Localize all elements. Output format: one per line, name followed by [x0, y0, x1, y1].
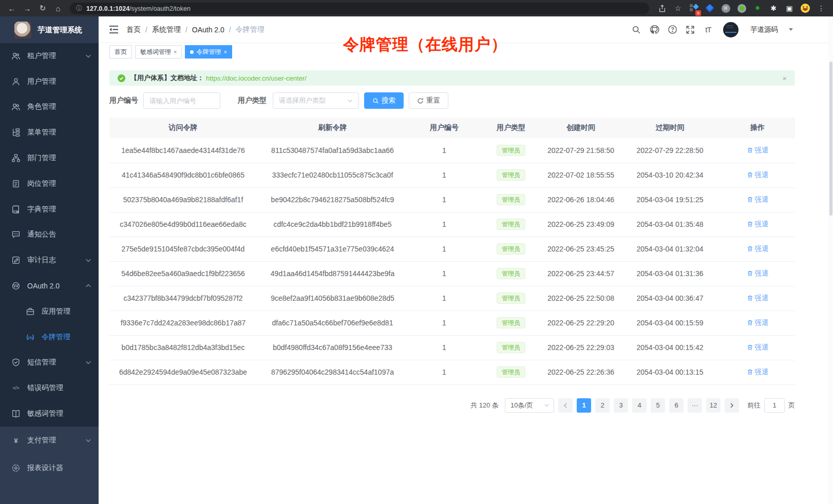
sidebar-item-menu[interactable]: 菜单管理: [0, 120, 99, 145]
reset-button[interactable]: 重置: [409, 92, 448, 109]
share-icon[interactable]: [657, 4, 667, 13]
sidebar-item-dict[interactable]: 字典管理: [0, 197, 99, 222]
force-logout-link[interactable]: 强退: [747, 195, 769, 204]
sidebar-item-oauth2-app[interactable]: 应用管理: [0, 299, 99, 324]
tab-敏感词管理[interactable]: 敏感词管理×: [135, 45, 182, 59]
refresh-token-cell: 9ce8ef2aa9f14056b831ae9b608e28d5: [257, 286, 408, 311]
sidebar-item-oauth2[interactable]: OAuth 2.0: [0, 273, 99, 299]
operation-cell: 强退: [720, 187, 795, 212]
expire-time-cell: 2054-03-04 01:32:04: [620, 237, 720, 261]
doc-link[interactable]: https://doc.iocoder.cn/user-center/: [206, 74, 307, 82]
browser-menu-icon[interactable]: ⋮: [817, 4, 826, 13]
user-name[interactable]: 芋道源码: [750, 25, 778, 34]
user-menu-caret-icon[interactable]: [789, 28, 793, 33]
page-button-5[interactable]: 5: [651, 398, 665, 413]
sidebar-item-oauth2-token[interactable]: (a)令牌管理: [0, 324, 99, 350]
tab-令牌管理[interactable]: 令牌管理×: [185, 45, 232, 59]
page-button-6[interactable]: 6: [669, 398, 684, 413]
force-logout-link[interactable]: 强退: [747, 367, 769, 377]
user-id-cell: 1: [408, 261, 480, 286]
sidebar-item-user[interactable]: 用户管理: [0, 69, 99, 94]
next-page-button[interactable]: [725, 398, 739, 413]
menu-fold-icon[interactable]: [107, 23, 120, 36]
force-logout-link[interactable]: 强退: [747, 318, 769, 327]
svg-text:(a): (a): [28, 335, 33, 340]
sidebar-item-sms[interactable]: 短信管理: [0, 350, 99, 376]
sidebar-item-sensitive-word[interactable]: 敏感词管理: [0, 401, 99, 427]
sidebar-item-notice[interactable]: 通知公告: [0, 222, 99, 248]
org-icon: [11, 153, 21, 163]
tab-首页[interactable]: 首页: [109, 45, 132, 59]
search-icon[interactable]: [631, 25, 641, 35]
gem-extension-icon[interactable]: [705, 4, 714, 13]
access-token-cell: 502375b8040a469a9b82188afdf6af1f: [109, 187, 257, 212]
sidebar-item-label: 错误码管理: [27, 383, 91, 393]
force-logout-link[interactable]: 强退: [747, 343, 769, 352]
page-button-3[interactable]: 3: [614, 398, 628, 413]
sidebar-item-pay[interactable]: ¥支付管理: [0, 427, 99, 454]
sidebar-item-report[interactable]: 报表设计器: [0, 454, 99, 482]
fullscreen-icon[interactable]: [685, 25, 695, 35]
page-button-12[interactable]: 12: [706, 398, 721, 413]
active-tab-dot: [190, 50, 194, 54]
tab-close-icon[interactable]: ×: [223, 49, 226, 55]
profile-avatar-icon[interactable]: [801, 4, 810, 13]
sidebar-item-role[interactable]: 角色管理: [0, 94, 99, 120]
breadcrumb-item[interactable]: 首页: [126, 25, 141, 34]
side-panel-icon[interactable]: ▣: [785, 4, 794, 13]
sidebar-item-tenant[interactable]: 租户管理: [0, 43, 99, 69]
sidebar-item-dept[interactable]: 部门管理: [0, 145, 99, 171]
force-logout-link[interactable]: 强退: [747, 170, 769, 180]
goto-page-input[interactable]: [764, 398, 785, 413]
scrollbar-thumb[interactable]: [829, 62, 832, 216]
site-info-icon[interactable]: ⓘ: [76, 4, 82, 13]
page-size-select[interactable]: 10条/页: [505, 398, 554, 413]
user-type-tag: 管理员: [497, 194, 525, 205]
force-logout-link[interactable]: 强退: [747, 294, 769, 303]
puzzle-extension-icon[interactable]: ✱: [769, 4, 778, 13]
sidebar-item-post[interactable]: 岗位管理: [0, 171, 99, 197]
page-button-1[interactable]: 1: [577, 398, 591, 413]
user-type-cell: 管理员: [480, 187, 542, 212]
page-button-4[interactable]: 4: [632, 398, 647, 413]
browser-back-icon[interactable]: ←: [5, 2, 18, 14]
github-icon[interactable]: [649, 25, 659, 35]
search-button[interactable]: 搜索: [364, 92, 404, 109]
app-logo-band[interactable]: 芋道管理系统: [0, 16, 99, 43]
extension-grid-icon[interactable]: 9: [689, 4, 698, 13]
force-logout-link[interactable]: 强退: [747, 244, 769, 254]
sidebar-item-audit-log[interactable]: 审计日志: [0, 247, 99, 273]
user-type-tag: 管理员: [497, 317, 525, 328]
font-size-icon[interactable]: tT: [703, 25, 713, 35]
user-type-select[interactable]: 请选择用户类型: [273, 92, 359, 109]
browser-forward-icon[interactable]: →: [21, 2, 34, 14]
expire-time-cell: 2054-03-04 19:51:25: [620, 187, 720, 212]
prev-page-button[interactable]: [558, 398, 573, 413]
edit-icon: [11, 256, 21, 265]
page-scrollbar[interactable]: [828, 16, 833, 504]
user-id-input[interactable]: [143, 92, 220, 109]
breadcrumb-item[interactable]: 系统管理: [152, 25, 181, 34]
sidebar-item-error-code[interactable]: </>错误码管理: [0, 375, 99, 401]
bookmark-star-icon[interactable]: ☆: [673, 4, 683, 13]
page-ellipsis[interactable]: ···: [688, 398, 702, 413]
force-logout-link[interactable]: 强退: [747, 220, 769, 229]
browser-reload-icon[interactable]: ↻: [36, 2, 49, 14]
help-icon[interactable]: [667, 25, 677, 35]
user-avatar[interactable]: [723, 22, 739, 37]
address-bar[interactable]: ⓘ 127.0.0.1:1024/system/oauth2/token: [70, 3, 649, 14]
recorder-extension-icon[interactable]: [737, 4, 746, 13]
command-extension-icon[interactable]: ⌘: [721, 4, 730, 13]
breadcrumb-item[interactable]: OAuth 2.0: [192, 26, 224, 34]
sidebar-item-label: 报表设计器: [27, 463, 91, 473]
create-time-cell: 2022-06-25 23:45:25: [542, 237, 620, 261]
user-id-label: 用户编号: [109, 96, 138, 105]
alert-close-icon[interactable]: ×: [782, 74, 787, 83]
page-button-2[interactable]: 2: [595, 398, 610, 413]
force-logout-link[interactable]: 强退: [747, 269, 769, 278]
force-logout-link[interactable]: 强退: [747, 146, 769, 155]
browser-home-icon[interactable]: ⌂: [51, 2, 65, 14]
tab-close-icon[interactable]: ×: [174, 49, 177, 55]
user-id-cell: 1: [408, 212, 480, 237]
green-star-extension-icon[interactable]: ✶: [753, 4, 762, 13]
